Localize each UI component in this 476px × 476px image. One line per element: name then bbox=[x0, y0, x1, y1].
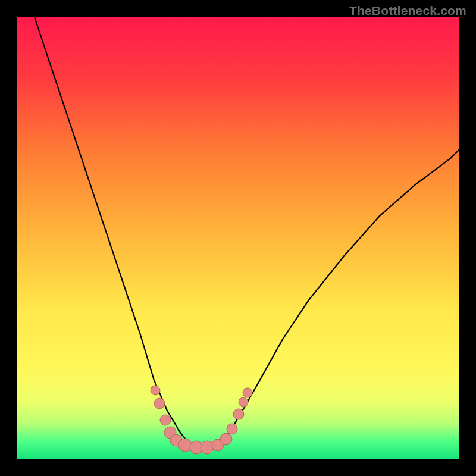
curve-bead bbox=[178, 439, 192, 452]
curve-bead bbox=[239, 397, 248, 407]
watermark-text: TheBottleneck.com bbox=[349, 4, 466, 18]
curve-bead bbox=[160, 415, 171, 425]
curve-bead bbox=[201, 441, 214, 454]
curve-bead bbox=[233, 409, 244, 419]
curve-bead bbox=[243, 388, 252, 397]
outer-frame: TheBottleneck.com bbox=[0, 0, 476, 476]
chart-svg bbox=[17, 17, 459, 459]
curve-bead bbox=[220, 433, 232, 445]
curve-bead bbox=[151, 386, 160, 395]
bottleneck-curve bbox=[35, 17, 459, 448]
plot-area bbox=[17, 17, 459, 459]
curve-bead bbox=[154, 398, 165, 409]
curve-bead bbox=[227, 424, 237, 434]
